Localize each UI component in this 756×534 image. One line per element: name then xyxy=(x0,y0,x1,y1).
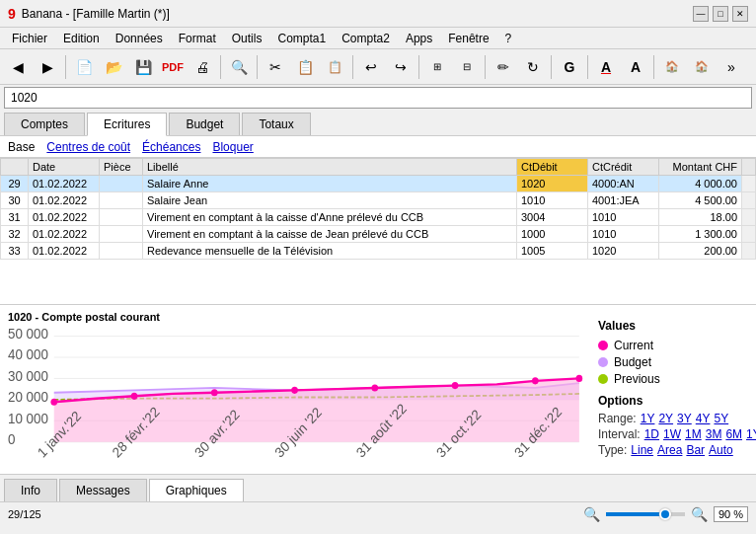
interval-6m[interactable]: 6M xyxy=(725,427,742,441)
range-3y[interactable]: 3Y xyxy=(677,412,692,425)
cell-ctdebit: 1010 xyxy=(517,192,588,209)
sub-nav-centres[interactable]: Centres de coût xyxy=(46,140,130,154)
open-button[interactable]: 📂 xyxy=(100,53,127,81)
zoom-out-button[interactable]: 🔍 xyxy=(583,506,600,522)
save-button[interactable]: 💾 xyxy=(129,53,157,81)
th-montant[interactable]: Montant CHF xyxy=(659,159,742,176)
th-libelle[interactable]: Libellé xyxy=(143,159,517,176)
sub-nav: Base Centres de coût Échéances Bloquer xyxy=(0,136,756,158)
menu-format[interactable]: Format xyxy=(171,30,224,47)
edit-button[interactable]: ✏ xyxy=(490,53,517,81)
type-bar[interactable]: Bar xyxy=(686,443,705,457)
th-ctdebit[interactable]: CtDébit xyxy=(517,159,588,176)
icon1-button[interactable]: 🏠 xyxy=(658,53,686,81)
cols-button[interactable]: ⊟ xyxy=(453,53,481,81)
tab-totaux[interactable]: Totaux xyxy=(242,113,310,135)
print-button[interactable]: 🖨 xyxy=(189,53,216,81)
menu-apps[interactable]: Apps xyxy=(398,30,440,47)
type-line[interactable]: Line xyxy=(631,443,653,457)
table-row[interactable]: 33 01.02.2022 Redevance mensuelle de la … xyxy=(1,243,756,260)
th-date[interactable]: Date xyxy=(29,159,100,176)
menu-help[interactable]: ? xyxy=(497,30,520,47)
tab-info[interactable]: Info xyxy=(4,479,57,501)
interval-1d[interactable]: 1D xyxy=(644,427,659,441)
tab-ecritures[interactable]: Ecritures xyxy=(87,113,167,136)
th-scroll xyxy=(742,159,756,176)
chart-legend: Values Current Budget Previous Options R… xyxy=(590,311,748,468)
tab-graphiques[interactable]: Graphiques xyxy=(149,479,244,501)
cell-libelle: Virement en comptant à la caisse de Jean… xyxy=(143,226,517,243)
cut-button[interactable]: ✂ xyxy=(262,53,289,81)
cell-ctdebit: 1020 xyxy=(517,176,588,192)
cell-date: 01.02.2022 xyxy=(29,226,100,243)
range-1y[interactable]: 1Y xyxy=(641,412,655,425)
bg-color-button[interactable]: A xyxy=(622,53,649,81)
maximize-button[interactable]: □ xyxy=(713,6,728,22)
table-row[interactable]: 29 01.02.2022 Salaire Anne 1020 4000:AN … xyxy=(1,176,756,192)
table-row[interactable]: 31 01.02.2022 Virement en comptant à la … xyxy=(1,209,756,226)
cell-montant: 200.00 xyxy=(659,243,742,260)
chart-svg: 50 000 40 000 30 000 20 000 10 000 0 xyxy=(8,327,590,468)
interval-1m[interactable]: 1M xyxy=(685,427,702,441)
forward-button[interactable]: ▶ xyxy=(34,53,61,81)
cell-scroll xyxy=(742,226,756,243)
cell-libelle: Virement en comptant à la caisse d'Anne … xyxy=(143,209,517,226)
range-4y[interactable]: 4Y xyxy=(696,412,711,425)
new-button[interactable]: 📄 xyxy=(70,53,98,81)
close-button[interactable]: ✕ xyxy=(732,6,748,22)
redo-button[interactable]: ↪ xyxy=(387,53,415,81)
interval-1w[interactable]: 1W xyxy=(663,427,681,441)
sub-nav-bloquer[interactable]: Bloquer xyxy=(212,140,253,154)
address-input[interactable] xyxy=(5,91,751,105)
tab-budget[interactable]: Budget xyxy=(169,113,240,135)
pdf-button[interactable]: PDF xyxy=(159,53,187,81)
copy-button[interactable]: 📋 xyxy=(291,53,319,81)
type-auto[interactable]: Auto xyxy=(709,443,733,457)
more-button[interactable]: » xyxy=(718,53,745,81)
tab-messages[interactable]: Messages xyxy=(59,479,147,501)
table-row[interactable]: 30 01.02.2022 Salaire Jean 1010 4001:JEA… xyxy=(1,192,756,209)
cell-no: 32 xyxy=(1,226,29,243)
cell-no: 33 xyxy=(1,243,29,260)
sub-nav-base: Base xyxy=(8,140,35,154)
menu-compta1[interactable]: Compta1 xyxy=(269,30,334,47)
range-2y[interactable]: 2Y xyxy=(658,412,673,425)
rows-button[interactable]: ⊞ xyxy=(423,53,451,81)
svg-point-14 xyxy=(50,399,57,406)
g-button[interactable]: G xyxy=(556,53,583,81)
app-logo: 9 xyxy=(8,6,16,22)
refresh-button[interactable]: ↻ xyxy=(519,53,547,81)
minimize-button[interactable]: — xyxy=(693,6,709,22)
cell-scroll xyxy=(742,243,756,260)
range-5y[interactable]: 5Y xyxy=(714,412,728,425)
th-piece[interactable]: Pièce xyxy=(100,159,143,176)
menu-fenetre[interactable]: Fenêtre xyxy=(440,30,496,47)
back-button[interactable]: ◀ xyxy=(4,53,32,81)
cell-date: 01.02.2022 xyxy=(29,209,100,226)
font-color-button[interactable]: A xyxy=(592,53,620,81)
toolbar-separator-5 xyxy=(418,55,419,79)
sub-nav-echeances[interactable]: Échéances xyxy=(142,140,200,154)
menu-fichier[interactable]: Fichier xyxy=(4,30,55,47)
icon2-button[interactable]: 🏠 xyxy=(688,53,716,81)
paste-button[interactable]: 📋 xyxy=(321,53,348,81)
svg-text:10 000: 10 000 xyxy=(8,410,48,426)
menu-donnees[interactable]: Données xyxy=(108,30,171,47)
tab-comptes[interactable]: Comptes xyxy=(4,113,85,135)
chart-area: 1020 - Compte postal courant 50 000 40 0… xyxy=(0,304,756,474)
type-area[interactable]: Area xyxy=(657,443,682,457)
menu-compta2[interactable]: Compta2 xyxy=(334,30,398,47)
interval-3m[interactable]: 3M xyxy=(706,427,722,441)
zoom-slider[interactable] xyxy=(606,512,685,516)
menu-edition[interactable]: Edition xyxy=(55,30,108,47)
chart-main: 1020 - Compte postal courant 50 000 40 0… xyxy=(8,311,590,468)
interval-1y[interactable]: 1Y xyxy=(746,427,756,441)
menu-outils[interactable]: Outils xyxy=(224,30,270,47)
th-ctcredit[interactable]: CtCrédit xyxy=(588,159,659,176)
zoom-percentage: 90 % xyxy=(714,506,748,522)
zoom-in-button[interactable]: 🔍 xyxy=(691,506,708,522)
undo-button[interactable]: ↩ xyxy=(357,53,385,81)
table-row[interactable]: 32 01.02.2022 Virement en comptant à la … xyxy=(1,226,756,243)
search-button[interactable]: 🔍 xyxy=(225,53,253,81)
zoom-thumb[interactable] xyxy=(659,508,671,520)
